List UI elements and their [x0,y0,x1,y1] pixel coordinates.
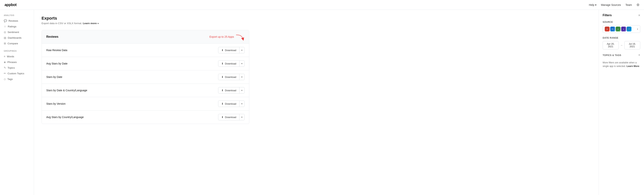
export-row-raw-review: Raw Review Data ⬇ Download ▾ [42,43,249,57]
export-row-stars-version: Stars by Version ⬇ Download ▾ [42,97,249,111]
sidebar: ANALYSIS 💬 Reviews ☆ Ratings ◎ Sentiment… [0,10,34,195]
sidebar-item-phrases[interactable]: ◈ Phrases [0,59,34,65]
dashboards-icon: ▤ [4,36,6,39]
download-main-avg-stars[interactable]: ⬇ Download [218,60,240,67]
download-btn-stars-country[interactable]: ⬇ Download ▾ [218,87,244,94]
download-icon-6: ⬇ [221,116,224,119]
date-from-input[interactable]: Apr 20, 2021 [603,41,619,49]
tags-icon: ◇ [4,77,6,81]
svg-text:A: A [606,28,608,30]
download-btn-raw-review[interactable]: ⬇ Download ▾ [218,47,244,53]
download-main-stars-country[interactable]: ⬇ Download [218,87,240,93]
download-icon: ⬇ [221,49,224,52]
ratings-icon: ☆ [4,25,6,28]
source-selector[interactable]: A PV A A P ▾ [603,25,640,33]
svg-text:P: P [629,28,630,30]
manage-sources-link[interactable]: Manage Sources [601,3,621,6]
analysis-label: ANALYSIS [0,14,34,18]
app-icon-3: A [616,26,620,31]
add-topic-tag-icon[interactable]: + [638,53,640,57]
app-icon-5: P [627,26,632,31]
sentiment-icon: ◎ [4,30,6,33]
export-card-header: Reviews Export up to 25 Apps [42,30,249,43]
source-filter-label: Source [603,21,640,23]
settings-icon[interactable]: ⚙ [636,3,640,7]
download-icon-2: ⬇ [221,62,224,65]
source-icons: A PV A A P [605,26,636,31]
export-row-avg-stars-country: Avg Stars by Country/Language ⬇ Download… [42,111,249,124]
filter-note-section: More filters are available when a single… [603,61,640,68]
page-title: Exports [42,16,591,21]
sidebar-item-words[interactable]: ≡ Words [0,54,34,59]
download-caret-stars-version[interactable]: ▾ [240,101,244,107]
sidebar-item-dashboards[interactable]: ▤ Dashboards [0,35,34,40]
download-caret-avg-stars[interactable]: ▾ [240,61,244,66]
main-content: Exports Export data in CSV or XSLX forma… [34,10,599,195]
download-btn-stars-date[interactable]: ⬇ Download ▾ [218,74,244,80]
topics-tags-label: Topics & Tags [603,54,621,57]
sidebar-item-ratings[interactable]: ☆ Ratings [0,23,34,29]
source-caret-icon: ▾ [637,28,638,30]
download-btn-avg-stars[interactable]: ⬇ Download ▾ [218,60,244,67]
download-caret-avg-stars-country[interactable]: ▾ [240,114,244,120]
download-icon-3: ⬇ [221,75,224,78]
app-icon-2: PV [610,26,615,31]
download-main-stars-date[interactable]: ⬇ Download [218,74,240,80]
logo: appbot [4,3,16,7]
date-range-label: Date Range [603,37,640,39]
filter-note: More filters are available when a single… [603,61,640,68]
compare-icon: ⊞ [4,42,6,45]
row-label-raw-review: Raw Review Data [46,49,67,52]
download-btn-stars-version[interactable]: ⬇ Download ▾ [218,101,244,107]
chevron-down-icon: ▾ [595,3,596,6]
source-filter-section: Source A PV A A P [603,21,640,33]
svg-text:A: A [618,28,619,30]
date-range-section: Date Range Apr 20, 2021 → Jul 19, 2021 [603,37,640,49]
team-link[interactable]: Team [626,3,632,6]
learn-more-link[interactable]: Learn more » [83,22,99,25]
groupings-group: GROUPINGS ≡ Words ◈ Phrases ✎ Topics ✏ C… [0,50,34,82]
topics-tags-header: Topics & Tags + [603,53,640,57]
download-caret-stars-country[interactable]: ▾ [240,88,244,93]
row-label-stars-date: Stars by Date [46,75,62,78]
row-label-stars-country: Stars by Date & Country/Language [46,89,87,92]
download-btn-avg-stars-country[interactable]: ⬇ Download ▾ [218,114,244,120]
topics-icon: ✎ [4,66,6,69]
download-caret-stars-date[interactable]: ▾ [240,74,244,80]
export-row-stars-country: Stars by Date & Country/Language ⬇ Downl… [42,84,249,97]
analysis-group: ANALYSIS 💬 Reviews ☆ Ratings ◎ Sentiment… [0,14,34,46]
phrases-icon: ◈ [4,60,6,64]
date-arrow-icon: → [620,44,623,47]
sidebar-item-topics[interactable]: ✎ Topics [0,65,34,70]
export-card: Reviews Export up to 25 Apps Raw R [42,30,249,124]
topnav: appbot Help ▾ Manage Sources Team ⚙ [0,0,644,10]
download-caret-raw-review[interactable]: ▾ [240,47,244,53]
row-label-avg-stars-country: Avg Stars by Country/Language [46,116,84,119]
download-main-raw-review[interactable]: ⬇ Download [218,47,240,53]
sidebar-item-sentiment[interactable]: ◎ Sentiment [0,29,34,35]
topics-tags-section: Topics & Tags + [603,53,640,57]
download-main-stars-version[interactable]: ⬇ Download [218,101,240,107]
export-row-stars-date: Stars by Date ⬇ Download ▾ [42,70,249,84]
export-row-avg-stars: Avg Stars by Date ⬇ Download ▾ [42,57,249,70]
filters-header: Filters × [603,13,640,17]
topnav-right: Help ▾ Manage Sources Team ⚙ [589,3,640,7]
sidebar-item-reviews[interactable]: 💬 Reviews [0,18,34,23]
app-icon-1: A [605,26,610,31]
groupings-label: GROUPINGS [0,50,34,54]
learn-more-filters-link[interactable]: Learn More [626,65,639,67]
sidebar-item-compare[interactable]: ⊞ Compare [0,40,34,46]
date-to-input[interactable]: Jul 19, 2021 [624,41,640,49]
filters-title: Filters [603,13,612,17]
sidebar-item-custom-topics[interactable]: ✏ Custom Topics [0,70,34,76]
app-icon-4: A [621,26,626,31]
close-icon[interactable]: × [638,13,640,17]
help-menu[interactable]: Help ▾ [589,3,596,6]
filters-panel: Filters × Source A PV A A [599,10,644,195]
words-icon: ≡ [4,55,5,58]
date-range: Apr 20, 2021 → Jul 19, 2021 [603,41,640,49]
card-title: Reviews [46,35,58,38]
download-icon-5: ⬇ [221,102,224,105]
download-main-avg-stars-country[interactable]: ⬇ Download [218,114,240,120]
sidebar-item-tags[interactable]: ◇ Tags [0,76,34,82]
